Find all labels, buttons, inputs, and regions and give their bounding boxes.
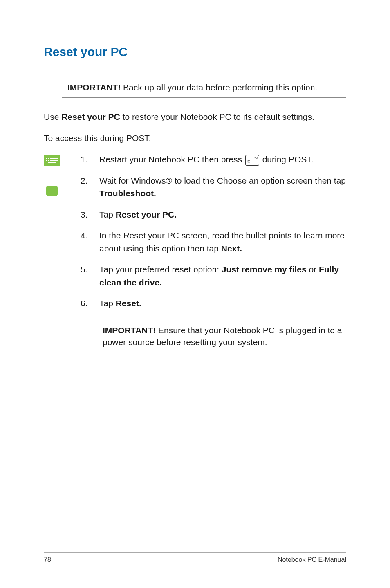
step-number: 3. (81, 208, 99, 221)
document-title: Notebook PC E-Manual (278, 556, 346, 563)
important-callout-top: IMPORTANT! Back up all your data before … (62, 77, 346, 98)
steps-container: 1. Restart your Notebook PC then press ⊠… (44, 153, 346, 352)
touchscreen-icon (46, 186, 58, 196)
step-1: 1. Restart your Notebook PC then press ⊠… (81, 153, 346, 166)
step-2: 2. Wait for Windows® to load the Choose … (81, 174, 346, 200)
step-body: Tap your preferred reset option: Just re… (99, 263, 346, 289)
step-bold: Reset. (116, 298, 141, 308)
step-bold: Just remove my files (222, 265, 307, 274)
page-number: 78 (44, 556, 51, 563)
step-pre: Tap (99, 210, 116, 219)
callout-bold-label: IMPORTANT! (67, 83, 121, 92)
step-pre: Tap your preferred reset option: (99, 265, 222, 274)
important-callout-bottom: IMPORTANT! Ensure that your Notebook PC … (99, 320, 346, 353)
step-post: during POST. (260, 155, 314, 164)
step-body: Wait for Windows® to load the Choose an … (99, 174, 346, 200)
step-body: Tap Reset. IMPORTANT! Ensure that your N… (99, 297, 346, 352)
intro-bold: Reset your PC (61, 112, 120, 121)
section-title: Reset your PC (44, 45, 346, 59)
step-bold: Next. (221, 244, 242, 253)
step-bold: Troubleshoot. (99, 189, 156, 198)
step-number: 2. (81, 174, 99, 187)
step-number: 1. (81, 153, 99, 166)
step-body: Restart your Notebook PC then press ⊠f9 … (99, 153, 346, 166)
step-5: 5. Tap your preferred reset option: Just… (81, 263, 346, 289)
step-pre: Wait for Windows® to load the Choose an … (99, 176, 346, 185)
step-3: 3. Tap Reset your PC. (81, 208, 346, 221)
step-body: Tap Reset your PC. (99, 208, 346, 221)
step-bold: Reset your PC. (116, 210, 177, 219)
step-number: 4. (81, 229, 99, 242)
f9-key-icon: ⊠f9 (245, 155, 259, 166)
key-sup: f9 (254, 156, 258, 162)
intro-post: to restore your Notebook PC to its defau… (120, 112, 314, 121)
step-number: 5. (81, 263, 99, 276)
callout-text: Back up all your data before performing … (121, 83, 317, 92)
step-mid: or (307, 265, 319, 274)
intro-paragraph: Use Reset your PC to restore your Notebo… (44, 111, 346, 123)
step-pre: Restart your Notebook PC then press (99, 155, 244, 164)
callout-bold-label: IMPORTANT! (103, 325, 156, 335)
page-footer: 78 Notebook PC E-Manual (44, 552, 346, 563)
access-line: To access this during POST: (44, 132, 346, 144)
key-sub: ⊠ (247, 159, 251, 164)
step-pre: Tap (99, 298, 116, 308)
step-4: 4. In the Reset your PC screen, read the… (81, 229, 346, 255)
keyboard-icon (44, 155, 60, 166)
steps-list: 1. Restart your Notebook PC then press ⊠… (44, 153, 346, 352)
intro-pre: Use (44, 112, 61, 121)
step-number: 6. (81, 297, 99, 310)
step-body: In the Reset your PC screen, read the bu… (99, 229, 346, 255)
step-6: 6. Tap Reset. IMPORTANT! Ensure that you… (81, 297, 346, 352)
